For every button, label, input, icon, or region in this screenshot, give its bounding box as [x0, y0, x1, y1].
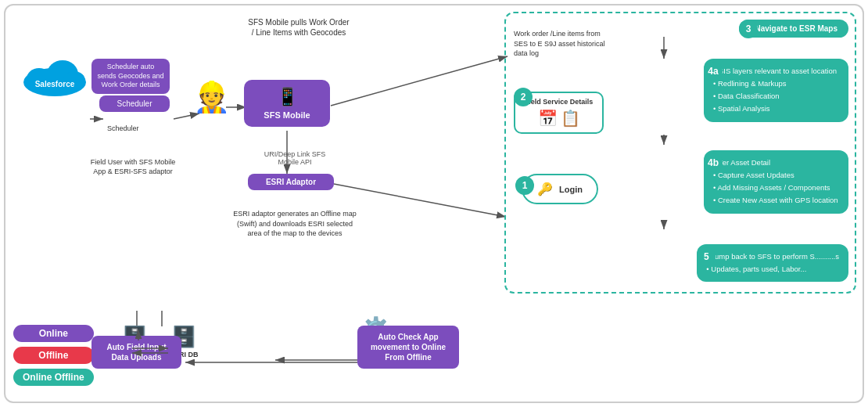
login-label: Login — [559, 185, 583, 194]
sfs-mobile-box: 📱 SFS Mobile — [244, 80, 330, 127]
legend: Online Offline Online Offline — [13, 325, 94, 386]
auto-check-box: Auto Check App movement to Online From O… — [357, 326, 459, 369]
auto-field-box: Auto Field Input Data Uploads — [91, 336, 181, 369]
clipboard-icon: 📋 — [561, 109, 580, 128]
step3-label: Navigate to ESR Maps — [755, 24, 838, 33]
work-order-text: Work order /Line items from SES to E S9J… — [514, 29, 615, 59]
step5-row: 5 • Jump back to SFS to perform S.......… — [697, 244, 848, 282]
step3-num: 3 — [739, 20, 758, 38]
login-icon: 🔑 — [537, 182, 553, 196]
step4b-row: 4b • Ver Asset Detail • Capture Asset Up… — [704, 150, 848, 214]
scheduler-box: Scheduler — [99, 95, 170, 112]
esri-desc-label: ESRI adaptor generates an Offline map (S… — [232, 209, 357, 239]
legend-offline: Offline — [13, 347, 94, 364]
uri-label: URI/Deep Link SFS Mobile API — [264, 150, 326, 166]
esri-adaptor-box: ESRI Adaptor — [248, 174, 334, 190]
scheduler-arrow-label: Scheduler — [107, 124, 139, 132]
sfs-mobile-label: SFS Mobile — [264, 110, 310, 120]
step4b-box: • Ver Asset Detail • Capture Asset Updat… — [704, 150, 848, 214]
svg-line-6 — [331, 56, 508, 106]
scheduler-auto-sends-box: Scheduler auto sends Geocodes and Work O… — [91, 59, 170, 94]
field-user-label: Field User with SFS Mobile App & ESRI-SF… — [90, 158, 176, 176]
calendar-icon: 📅 — [538, 109, 558, 128]
right-panel: Work order /Line items from SES to E S9J… — [504, 12, 856, 294]
salesforce-cloud: Salesforce — [20, 52, 90, 101]
step2-num: 2 — [514, 88, 533, 106]
step4a-num: 4a — [704, 62, 723, 81]
fsd-icons: 📅 📋 — [520, 109, 597, 128]
legend-online-offline: Online Offline — [13, 369, 94, 386]
step4a-row: 4a • GIS layers relevant to asset locati… — [704, 59, 848, 122]
step3-row: 3 • Navigate to ESR Maps — [739, 20, 848, 38]
person-icon: 👷 — [193, 80, 230, 114]
step4a-box: • GIS layers relevant to asset location … — [704, 59, 848, 122]
step4b-num: 4b — [704, 153, 723, 172]
main-container: Online Offline Online Offline Salesforce… — [4, 4, 864, 403]
step1-num: 1 — [515, 176, 534, 195]
step5-box: • Jump back to SFS to perform S.........… — [697, 244, 848, 282]
svg-line-5 — [334, 184, 506, 217]
legend-online: Online — [13, 325, 94, 342]
svg-text:Salesforce: Salesforce — [35, 80, 75, 88]
sfs-mobile-top-label: SFS Mobile pulls Work Order / Line Items… — [248, 17, 350, 38]
cloud-icon: Salesforce — [20, 52, 90, 98]
svg-line-2 — [174, 113, 199, 119]
